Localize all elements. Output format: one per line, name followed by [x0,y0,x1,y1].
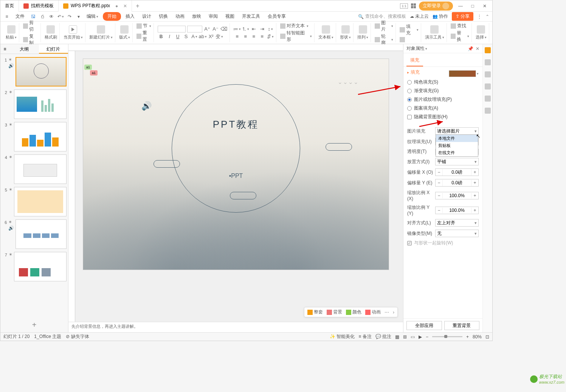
textbox-button[interactable]: 文本框 [318,25,333,40]
presentation-tools-button[interactable]: 演示工具 [425,25,444,40]
superscript-button[interactable]: X² [208,33,214,40]
numbering-button[interactable]: ⒈ [242,26,249,32]
slide-thumbnail-1[interactable] [16,57,67,86]
italic-button[interactable]: I [166,33,173,40]
font-family-select[interactable] [158,26,186,32]
apps-icon[interactable] [411,3,416,8]
menu-insert[interactable]: 插入 [123,12,138,21]
hide-bg-checkbox[interactable]: 隐藏背景图形(H) [407,113,479,121]
tab-add-button[interactable]: + [132,3,143,9]
more-menu-icon[interactable]: ⋮ [477,14,482,19]
bold-button[interactable]: B [158,33,164,40]
design-animation-button[interactable]: 动画 [365,309,381,315]
align-type-select[interactable]: 左上对齐 [435,219,479,227]
change-case-button[interactable]: 变 [216,33,223,40]
find-button[interactable]: 查找 [451,23,469,29]
smart-beautify-button[interactable]: ✨ 智能美化 [330,333,355,340]
line-spacing-button[interactable]: ↕ [267,26,274,32]
notes-toggle[interactable]: ≡ 备注 [358,333,371,340]
menu-design[interactable]: 设计 [139,12,154,21]
undo-button[interactable]: ↶ [57,13,64,20]
collab-button[interactable]: 👥 协作 [433,13,448,20]
design-next-button[interactable]: › [393,310,394,315]
zoom-slider[interactable] [432,336,462,337]
slide-title[interactable]: PPT教程 [213,118,259,131]
tool-icon[interactable] [485,96,491,102]
fill-tab[interactable]: 填充 [406,55,423,66]
outline-tab[interactable]: 大纲 [9,44,39,54]
clear-format-button[interactable]: ⌫ [220,26,227,32]
dropdown-item-online-file[interactable]: 在线文件 [436,149,478,156]
increase-button[interactable]: + [471,170,478,175]
tab-document[interactable]: WPS PPT教程.pptx●✕ [59,0,132,12]
reset-background-button[interactable]: 重置背景 [444,321,480,330]
decrease-button[interactable]: − [436,180,442,185]
cloud-status[interactable]: ☁ 未上云 [410,13,429,20]
sorter-view-icon[interactable]: ⊞ [403,334,407,340]
bullets-button[interactable]: ≔ [234,26,240,32]
format-painter-button[interactable]: 格式刷 [45,25,57,40]
texture-swatch[interactable] [449,70,476,77]
menu-member[interactable]: 会员专享 [265,12,289,21]
design-more-button[interactable]: ⋯ [385,310,389,315]
fill-section-header[interactable]: 填充 [407,69,420,76]
menu-icon[interactable]: ≡ [3,13,10,20]
align-center-button[interactable]: ≡ [242,33,249,40]
gradient-fill-radio[interactable]: 渐变填充(G) [407,86,479,95]
comment-bubble[interactable]: a1 [90,70,98,76]
print-icon[interactable]: ⎙ [39,13,46,20]
strikethrough-button[interactable]: S [183,33,189,40]
comment-bubble[interactable]: a1 [84,65,92,70]
tab-close-icon[interactable]: ✕ [123,3,127,9]
menu-review[interactable]: 审阅 [206,12,221,21]
current-slide[interactable]: PPT教程 •PPT 🔊 ⌵ ⌵ ⌵ ⌵ a1 a1 [83,59,389,270]
slide-thumbnail-6[interactable] [16,219,67,249]
audio-object-icon[interactable]: 🔊 [141,101,152,111]
design-background-button[interactable]: 背景 [327,309,342,315]
slide-editing-area[interactable]: PPT教程 •PPT 🔊 ⌵ ⌵ ⌵ ⌵ a1 a1 整套 背景 颜色 [75,51,403,322]
command-search[interactable]: 🔍 查找命令、搜索模板 [358,13,406,20]
layout-icon[interactable]: 1:1 [400,3,408,9]
slideshow-view-icon[interactable]: ▶ [419,334,422,340]
slide-thumbnail-7[interactable] [14,252,67,281]
offset-x-value[interactable]: 0.0磅 [442,169,471,176]
expand-ribbon-icon[interactable]: ⌃ [485,14,489,19]
slide-position[interactable]: 幻灯片 1 / 20 [3,333,29,340]
normal-view-icon[interactable]: ▦ [395,334,399,340]
slide-thumbnail-3[interactable] [14,122,67,151]
comments-toggle[interactable]: 💬 批注 [375,333,391,340]
fit-to-window-button[interactable]: ⊡ [485,334,489,340]
panel-menu-icon[interactable]: ≡ [0,44,9,54]
decrease-font-button[interactable]: A⁻ [212,26,219,32]
design-color-button[interactable]: 颜色 [346,309,361,315]
font-color-button[interactable]: A [191,33,198,40]
dropdown-item-clipboard[interactable]: 剪贴板 [436,142,478,149]
solid-fill-radio[interactable]: 纯色填充(S) [407,78,479,86]
slides-tab[interactable]: 幻灯片 [39,44,68,54]
slide-thumbnails[interactable]: 1✶🔊 2✶ 3✶ 4✶ 5✶ 6✶🔊 7✶ [0,54,68,318]
reset-button[interactable]: 重置 [136,30,152,43]
notes-pane[interactable]: 先介绍背景信息，再进入主题讲解。 [68,322,403,332]
cut-button[interactable]: 剪切 [23,20,38,32]
add-slide-button[interactable]: + [0,318,68,332]
tile-mode-select[interactable]: 平铺 [435,158,479,165]
font-missing-indicator[interactable]: ⊘ 缺失字体 [66,333,89,340]
picture-source-select[interactable]: 请选择图片 本地文件 剪贴板 在线文件 ↖ [435,127,479,135]
decrease-button[interactable]: − [436,208,442,213]
close-panel-icon[interactable]: ✕ [476,46,479,51]
menu-slideshow[interactable]: 放映 [189,12,204,21]
menu-view[interactable]: 视图 [222,12,237,21]
increase-button[interactable]: + [471,180,478,185]
pattern-fill-radio[interactable]: 图案填充(A) [407,104,479,113]
more-icon[interactable]: ▾ [75,13,82,20]
zoom-out-button[interactable]: − [426,334,428,340]
mirror-type-select[interactable]: 无 [435,230,479,237]
maximize-button[interactable]: □ [468,3,477,9]
menu-start[interactable]: 开始 [103,12,121,21]
font-size-select[interactable] [187,26,202,32]
redo-button[interactable]: ↷ [66,13,73,20]
tool-icon[interactable] [485,83,491,90]
align-left-button[interactable]: ≡ [234,33,240,40]
slide-thumbnail-2[interactable] [14,90,67,119]
highlight-button[interactable]: ab [199,33,206,40]
